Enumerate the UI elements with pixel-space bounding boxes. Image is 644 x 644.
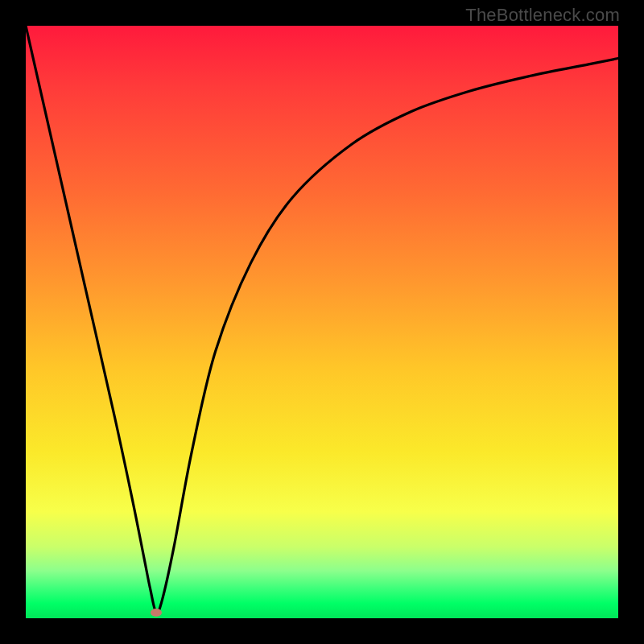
curve-svg: [26, 26, 618, 618]
curve-path: [26, 26, 618, 613]
chart-frame: TheBottleneck.com: [0, 0, 644, 644]
watermark-text: TheBottleneck.com: [465, 5, 620, 26]
marker-dot: [151, 609, 162, 617]
plot-area: [26, 26, 618, 618]
